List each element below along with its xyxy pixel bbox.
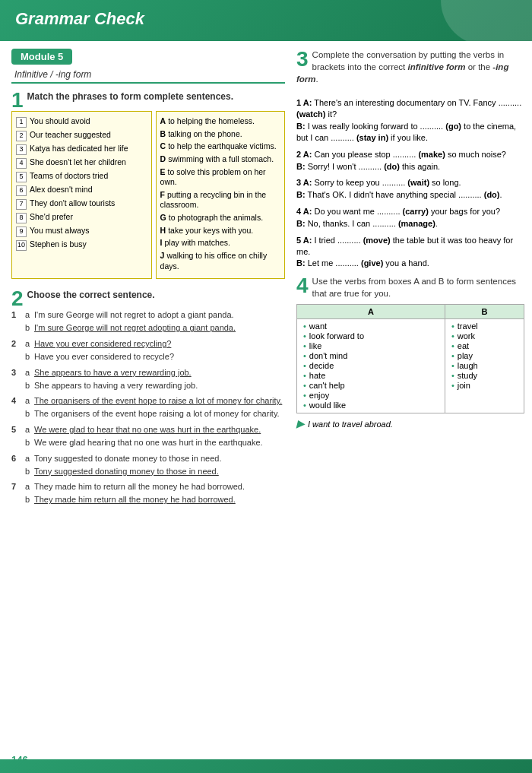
list-item: 5 a We were glad to hear that no one was…	[11, 424, 285, 448]
ex1-instruction: Match the phrases to form complete sente…	[27, 90, 285, 102]
ex4-instruction: Use the verbs from boxes A and B to form…	[312, 275, 524, 299]
list-item: 2 A: Can you please stop .......... (mak…	[296, 149, 524, 173]
left-column: Module 5 Infinitive / -ing form 1 Match …	[0, 49, 293, 513]
box-a-content: •want •look forward to •like •don't mind…	[297, 319, 445, 413]
exercise2-section: 2 Choose the correct sentence.	[11, 288, 285, 309]
list-item: 5 A: I tried .......... (move) the table…	[296, 235, 524, 270]
list-item: 6 Alex doesn't mind	[16, 185, 147, 196]
exercise1-section: 1 Match the phrases to form complete sen…	[11, 90, 285, 111]
ex1-number: 1	[11, 90, 24, 111]
exercise3-section: 3 Complete the conversation by putting t…	[296, 49, 524, 90]
list-item: 1 A: There's an interesting documentary …	[296, 97, 524, 143]
list-item: Htake your keys with you.	[160, 226, 280, 236]
ex3-instruction: Complete the conversation by putting the…	[296, 49, 524, 85]
ex2-items: 1 a I'm sure George will not regret to a…	[11, 309, 285, 505]
list-item: Fputting a recycling bin in the classroo…	[160, 190, 280, 211]
ex4-number: 4	[296, 275, 309, 296]
right-column: 3 Complete the conversation by putting t…	[293, 49, 532, 513]
box-b-content: •travel •work •eat •play •laugh •study •…	[445, 319, 524, 413]
list-item: 2 Our teacher suggested	[16, 130, 147, 141]
ex2-number: 2	[11, 288, 24, 309]
ex2-instruction: Choose the correct sentence.	[27, 288, 285, 300]
header: Grammar Check	[0, 0, 532, 41]
list-item: 8 She'd prefer	[16, 212, 147, 223]
list-item: 1 You should avoid	[16, 116, 147, 128]
list-item: 6 a Tony suggested to donate money to th…	[11, 453, 285, 477]
list-item: 3 A: Sorry to keep you .......... (wait)…	[296, 177, 524, 201]
list-item: Dswimming with a full stomach.	[160, 154, 280, 165]
list-item: 4 A: Do you want me .......... (carry) y…	[296, 206, 524, 230]
match-right: Ato helping the homeless. Btalking on th…	[156, 111, 285, 279]
list-item: 9 You must always	[16, 226, 147, 237]
list-item: 3 a She appears to have a very rewarding…	[11, 367, 285, 391]
match-left: 1 You should avoid 2 Our teacher suggest…	[11, 111, 152, 279]
match-container: 1 You should avoid 2 Our teacher suggest…	[11, 111, 285, 279]
module-badge: Module 5	[11, 49, 72, 65]
arrow-icon: ▶	[296, 418, 304, 429]
list-item: 4 a The organisers of the event hope to …	[11, 395, 285, 420]
header-decoration	[441, 0, 532, 46]
list-item: 10 Stephen is busy	[16, 239, 147, 251]
list-item: Eto solve this problem on her own.	[160, 167, 280, 188]
list-item: Btalking on the phone.	[160, 129, 280, 140]
header-title: Grammar Check	[15, 9, 144, 28]
list-item: 1 a I'm sure George will not regret to a…	[11, 309, 285, 334]
box-a-header: A	[297, 305, 445, 319]
list-item: 3 Katya has dedicated her life	[16, 144, 147, 155]
list-item: Ato helping the homeless.	[160, 116, 280, 127]
boxes-table: A B •want •look forward to •like •don't …	[296, 304, 524, 413]
list-item: Iplay with matches.	[160, 238, 280, 249]
module-subtitle: Infinitive / -ing form	[11, 69, 285, 84]
example-text: I want to travel abroad.	[308, 420, 393, 429]
list-item: 4 She doesn't let her children	[16, 157, 147, 169]
list-item: 5 Teams of doctors tried	[16, 171, 147, 182]
example-line: ▶ I want to travel abroad.	[296, 418, 524, 429]
bottom-bar	[0, 759, 532, 773]
list-item: 7 a They made him to return all the mone…	[11, 481, 285, 505]
list-item: 7 They don't allow tourists	[16, 198, 147, 210]
exercise4-section: 4 Use the verbs from boxes A and B to fo…	[296, 275, 524, 304]
content: Module 5 Infinitive / -ing form 1 Match …	[0, 41, 532, 513]
ex3-number: 3	[296, 49, 309, 70]
page-wrapper: Grammar Check Module 5 Infinitive / -ing…	[0, 0, 532, 773]
list-item: 2 a Have you ever considered recycling? …	[11, 338, 285, 363]
list-item: Gto photograph the animals.	[160, 213, 280, 223]
list-item: Cto help the earthquake victims.	[160, 141, 280, 152]
box-b-header: B	[445, 305, 524, 319]
list-item: Jwalking to his office on chilly days.	[160, 251, 280, 271]
